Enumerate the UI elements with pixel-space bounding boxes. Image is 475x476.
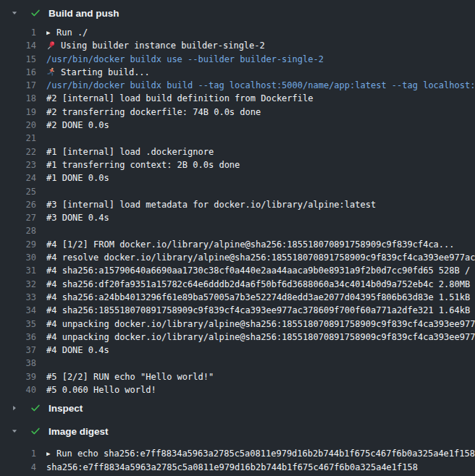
log-text: #4 unpacking docker.io/library/alpine@sh… — [46, 331, 475, 344]
section-header-image-digest[interactable]: Image digest — [0, 421, 475, 441]
line-number[interactable]: 25 — [0, 185, 36, 198]
log-text-value: #4 [1/2] FROM docker.io/library/alpine@s… — [46, 239, 455, 250]
log-text — [46, 132, 475, 145]
log-text-value: /usr/bin/docker buildx use --builder bui… — [46, 54, 324, 64]
log-line: 39#5 [2/2] RUN echo "Hello world!" — [0, 370, 475, 383]
line-number[interactable]: 22 — [0, 145, 36, 158]
log-line: 22#1 [internal] load .dockerignore — [0, 145, 475, 158]
log-line: 18#2 [internal] load build definition fr… — [0, 92, 475, 105]
line-number[interactable]: 21 — [0, 132, 36, 145]
log-text-value: #4 sha256:185518070891758909c9f839cf4ca3… — [46, 305, 475, 315]
line-number[interactable]: 1 — [0, 26, 36, 39]
log-text: #3 [internal] load metadata for docker.i… — [46, 198, 475, 211]
log-line: 33#4 sha256:a24bb4013296f61e89ba57005a7b… — [0, 291, 475, 304]
section-title: Build and push — [49, 8, 119, 19]
line-number[interactable]: 23 — [0, 158, 36, 171]
section-title: Inspect — [49, 403, 83, 414]
log-text: #4 sha256:a15790640a6690aa1730c38cf0a440… — [46, 264, 475, 277]
line-number[interactable]: 29 — [0, 238, 36, 251]
line-number[interactable]: 19 — [0, 106, 36, 119]
section-header-build-and-push[interactable]: Build and push — [0, 0, 475, 26]
line-number[interactable]: 37 — [0, 344, 36, 357]
log-line: 30#4 resolve docker.io/library/alpine@sh… — [0, 251, 475, 264]
run-expander-icon[interactable]: ▶ — [46, 447, 56, 460]
log-text-value: Using builder instance builder-single-2 — [61, 41, 265, 51]
log-line: 25 — [0, 185, 475, 198]
log-text-value: #1 DONE 0.0s — [46, 173, 109, 183]
log-text: #4 resolve docker.io/library/alpine@sha2… — [46, 251, 475, 264]
line-number[interactable]: 17 — [0, 79, 36, 92]
log-text-value: #3 DONE 0.4s — [46, 213, 109, 223]
log-line: 16Starting build... — [0, 66, 475, 79]
log-line: 1▶Run echo sha256:e7ff8834a5963a2785c5a0… — [0, 447, 475, 460]
line-number[interactable]: 14 — [0, 39, 36, 52]
log-text: Using builder instance builder-single-2 — [46, 39, 475, 52]
section-title: Image digest — [49, 426, 109, 437]
log-text-value: #4 DONE 0.4s — [46, 345, 109, 355]
log-text — [46, 185, 475, 198]
log-line: 1▶Run ./ — [0, 26, 475, 39]
line-number[interactable]: 38 — [0, 357, 36, 370]
log-text — [46, 357, 475, 370]
log-text-value: #2 DONE 0.0s — [46, 120, 109, 130]
log-text-value: Run ./ — [56, 27, 88, 38]
line-number[interactable]: 36 — [0, 331, 36, 344]
log-text-value: #4 sha256:a24bb4013296f61e89ba57005a7b3e… — [46, 292, 475, 302]
chevron-down-icon[interactable] — [11, 9, 18, 17]
log-text: #4 sha256:185518070891758909c9f839cf4ca3… — [46, 304, 475, 317]
log-text: #4 sha256:df20fa9351a15782c64e6dddb2d4a6… — [46, 278, 475, 291]
log-text: #4 unpacking docker.io/library/alpine@sh… — [46, 318, 475, 331]
log-line: 29#4 [1/2] FROM docker.io/library/alpine… — [0, 238, 475, 251]
log-text-value: #5 [2/2] RUN echo "Hello world!" — [46, 372, 214, 382]
log-line: 37#4 DONE 0.4s — [0, 344, 475, 357]
line-number[interactable]: 18 — [0, 92, 36, 105]
log-text: #3 DONE 0.4s — [46, 211, 475, 224]
log-text — [46, 224, 475, 237]
log-text-value: #4 resolve docker.io/library/alpine@sha2… — [46, 252, 475, 263]
log-text: #2 [internal] load build definition from… — [46, 92, 475, 105]
line-number[interactable]: 39 — [0, 370, 36, 383]
log-line: 15/usr/bin/docker buildx use --builder b… — [0, 53, 475, 66]
log-line: 14Using builder instance builder-single-… — [0, 39, 475, 52]
line-number[interactable]: 20 — [0, 119, 36, 132]
log-line: 36#4 unpacking docker.io/library/alpine@… — [0, 331, 475, 344]
line-number[interactable]: 33 — [0, 291, 36, 304]
log-text: #5 0.060 Hello world! — [46, 383, 475, 396]
log-text: /usr/bin/docker buildx build --tag local… — [46, 79, 475, 92]
log-text-value: sha256:e7ff8834a5963a2785c5a0811e979d16b… — [46, 462, 418, 472]
line-number[interactable]: 31 — [0, 264, 36, 277]
log-text: ▶Run echo sha256:e7ff8834a5963a2785c5a08… — [46, 447, 475, 460]
actions-log: Build and push1▶Run ./14Using builder in… — [0, 0, 475, 476]
log-line: 20#2 DONE 0.0s — [0, 119, 475, 132]
line-number[interactable]: 1 — [0, 447, 36, 460]
chevron-right-icon[interactable] — [11, 404, 18, 412]
run-expander-icon[interactable]: ▶ — [46, 26, 56, 39]
line-number[interactable]: 34 — [0, 304, 36, 317]
section-log-body: 1▶Run echo sha256:e7ff8834a5963a2785c5a0… — [0, 447, 475, 474]
log-line: 19#2 transferring dockerfile: 74B 0.0s d… — [0, 106, 475, 119]
line-number[interactable]: 15 — [0, 53, 36, 66]
line-number[interactable]: 16 — [0, 66, 36, 79]
line-number[interactable]: 27 — [0, 211, 36, 224]
pushpin-icon — [46, 41, 56, 50]
log-text: #1 DONE 0.0s — [46, 171, 475, 184]
log-text: #4 DONE 0.4s — [46, 344, 475, 357]
log-text-value: #4 unpacking docker.io/library/alpine@sh… — [46, 332, 475, 342]
line-number[interactable]: 28 — [0, 224, 36, 237]
section-header-inspect[interactable]: Inspect — [0, 398, 475, 418]
log-text: #1 transferring context: 2B 0.0s done — [46, 158, 475, 171]
line-number[interactable]: 32 — [0, 278, 36, 291]
log-text: ▶Run ./ — [46, 26, 475, 39]
log-line: 34#4 sha256:185518070891758909c9f839cf4c… — [0, 304, 475, 317]
line-number[interactable]: 26 — [0, 198, 36, 211]
log-text: #1 [internal] load .dockerignore — [46, 145, 475, 158]
line-number[interactable]: 40 — [0, 383, 36, 396]
line-number[interactable]: 35 — [0, 318, 36, 331]
line-number[interactable]: 24 — [0, 171, 36, 184]
line-number[interactable]: 30 — [0, 251, 36, 264]
log-text: #2 transferring dockerfile: 74B 0.0s don… — [46, 106, 475, 119]
log-line: 35#4 unpacking docker.io/library/alpine@… — [0, 318, 475, 331]
log-line: 27#3 DONE 0.4s — [0, 211, 475, 224]
line-number[interactable]: 4 — [0, 461, 36, 474]
chevron-down-icon[interactable] — [11, 428, 18, 435]
